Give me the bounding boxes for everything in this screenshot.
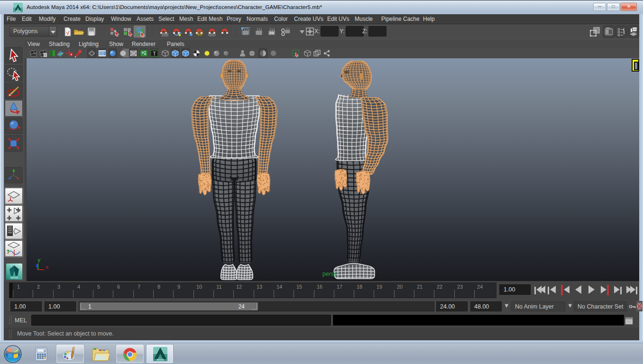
svg-text:0: 0 [44,349,46,353]
svg-text:IPR: IPR [269,32,275,35]
svg-text:MAYA: MAYA [157,358,164,361]
svg-text:x: x [46,264,49,270]
svg-text:y: y [37,257,41,263]
svg-text:T: T [153,51,156,56]
svg-text:MAYA: MAYA [10,276,18,279]
svg-text:MAYA: MAYA [16,10,20,12]
